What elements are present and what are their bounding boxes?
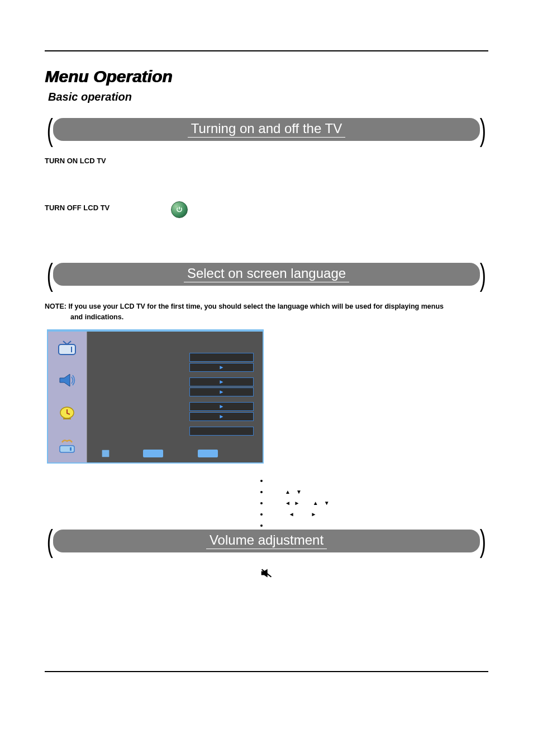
svg-rect-0: [59, 344, 75, 355]
osd-item: [189, 427, 254, 436]
paren-right: ): [480, 267, 486, 282]
paren-left: (: [47, 122, 53, 138]
subtitle: Basic operation: [48, 91, 488, 103]
rule-top: [45, 50, 488, 51]
tv-icon: [54, 338, 80, 358]
osd-sidebar: [48, 332, 87, 462]
bullet: [268, 521, 330, 529]
paren-right: ): [480, 122, 486, 138]
osd-item-list: ► ► ► ► ►: [189, 353, 254, 436]
bullet: ◄ ► ▲ ▼: [268, 499, 330, 507]
mute-icon: [260, 568, 273, 578]
bullet: [268, 476, 330, 484]
osd-item: ►: [189, 377, 254, 386]
instruction-bullets: ▲ ▼ ◄ ► ▲ ▼ ◄ ►: [268, 476, 330, 532]
paren-left: (: [47, 533, 53, 549]
osd-footer-button: [143, 450, 163, 457]
eject-icon: [54, 436, 80, 456]
osd-body: ► ► ► ► ►: [87, 332, 263, 462]
osd-item: ►: [189, 388, 254, 396]
svg-rect-1: [71, 347, 72, 352]
pill-language: Select on screen language: [53, 263, 480, 286]
bullet: ◄ ►: [268, 510, 330, 518]
osd-item: [189, 353, 254, 362]
page-title: Menu Operation: [45, 67, 488, 86]
power-icon: [171, 201, 188, 218]
rule-bottom: [45, 671, 488, 672]
section-heading-volume: ( Volume adjustment ): [45, 530, 488, 552]
section-heading-power: ( Turning on and off the TV ): [45, 118, 488, 141]
language-note: NOTE: If you use your LCD TV for the fir…: [45, 301, 488, 323]
paren-right: ): [480, 533, 486, 549]
osd-footer-button: [198, 450, 218, 457]
clock-icon: [54, 404, 80, 423]
pill-power: Turning on and off the TV: [53, 118, 480, 141]
osd-footer: [101, 448, 256, 459]
osd-menu-screenshot: ► ► ► ► ►: [47, 329, 264, 464]
svg-rect-3: [60, 446, 74, 452]
section-heading-language: ( Select on screen language ): [45, 263, 488, 286]
turn-off-label: TURN OFF LCD TV: [45, 204, 110, 212]
bullet: ▲ ▼: [268, 488, 330, 495]
osd-item: ►: [189, 363, 254, 372]
svg-rect-4: [70, 447, 72, 451]
osd-item: ►: [189, 402, 254, 411]
turn-on-label: TURN ON LCD TV: [45, 157, 488, 165]
paren-left: (: [47, 267, 53, 282]
osd-item: ►: [189, 412, 254, 421]
nav-diamond-icon: [101, 448, 111, 459]
pill-volume: Volume adjustment: [53, 530, 480, 552]
speaker-icon: [54, 371, 80, 390]
